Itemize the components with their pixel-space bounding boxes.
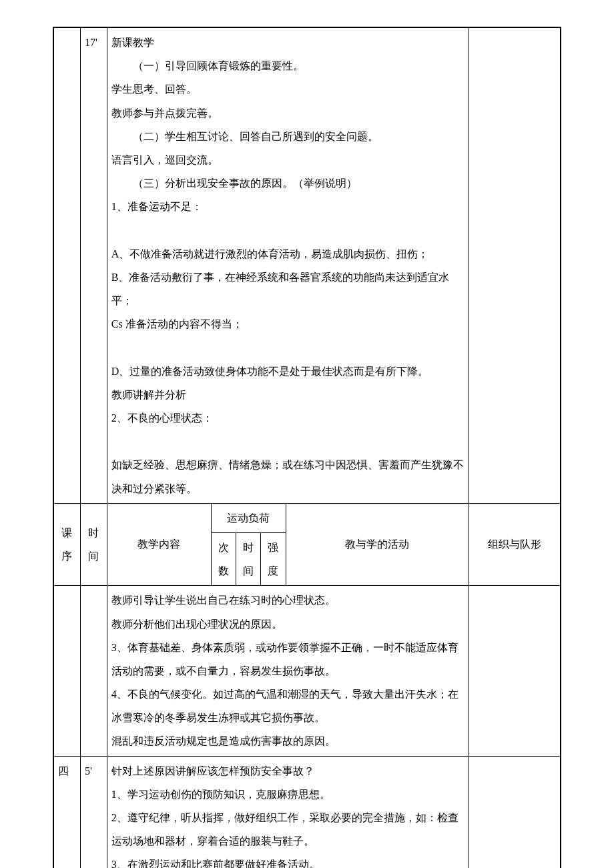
seq-cell [54, 28, 81, 504]
content-line: （三）分析出现安全事故的原因。（举例说明） [111, 171, 465, 195]
header-time: 时间 [80, 503, 107, 586]
content-line: 4、不良的气候变化。如过高的气温和潮湿的天气，导致大量出汗失水；在冰雪寒冷的冬季… [111, 689, 458, 723]
content-line: B、准备活动敷衍了事，在神经系统和各器官系统的功能尚未达到适宜水平； [111, 272, 450, 306]
header-seq: 课序 [54, 503, 81, 586]
time-cell [80, 586, 107, 756]
content-cell: 针对上述原因讲解应该怎样预防安全事故？ 1、学习运动创伤的预防知识，克服麻痹思想… [107, 756, 469, 868]
content-line: （一）引导回顾体育锻炼的重要性。 [111, 54, 465, 77]
content-line: 混乱和违反活动规定也是造成伤害事故的原因。 [111, 735, 336, 747]
content-line: 语言引入，巡回交流。 [111, 154, 218, 165]
content-line: 3、在激烈运动和比赛前都要做好准备活动。 [111, 859, 320, 868]
content-line: 3、体育基础差、身体素质弱，或动作要领掌握不正确，一时不能适应体育活动的需要，或… [111, 642, 458, 677]
header-content: 教学内容 [107, 503, 211, 586]
content-line: 教师参与并点拨完善。 [111, 107, 218, 119]
time-cell: 5' [80, 756, 107, 868]
content-line: 2、遵守纪律，听从指挥，做好组织工作，采取必要的完全措施，如：检查运动场地和器材… [111, 812, 458, 847]
content-line: D、过量的准备活动致使身体功能不是处于最佳状态而是有所下降。 [111, 366, 429, 377]
content-line: 学生思考、回答。 [111, 83, 197, 95]
content-line: 针对上述原因讲解应该怎样预防安全事故？ [111, 765, 314, 777]
header-load: 运动负荷 [211, 503, 286, 532]
table-row: 17' 新课教学 （一）引导回顾体育锻炼的重要性。 学生思考、回答。 教师参与并… [54, 28, 561, 504]
header-row: 课序 时间 教学内容 运动负荷 教与学的活动 组织与队形 [54, 503, 561, 532]
table-row: 四 5' 针对上述原因讲解应该怎样预防安全事故？ 1、学习运动创伤的预防知识，克… [54, 756, 561, 868]
lesson-plan-page: 17' 新课教学 （一）引导回顾体育锻炼的重要性。 学生思考、回答。 教师参与并… [53, 27, 561, 868]
header-sub: 次数 [211, 532, 236, 585]
content-line: 2、不良的心理状态： [111, 412, 213, 424]
content-line: （二）学生相互讨论、回答自己所遇到的安全问题。 [111, 125, 465, 148]
content-line: 如缺乏经验、思想麻痹、情绪急燥；或在练习中因恐惧、害羞而产生犹豫不决和过分紧张等… [111, 459, 464, 494]
header-org: 组织与队形 [469, 503, 560, 586]
content-line: A、不做准备活动就进行激烈的体育活动，易造成肌肉损伤、扭伤； [111, 248, 429, 260]
time-cell: 17' [80, 28, 107, 504]
content-line: 1、学习运动创伤的预防知识，克服麻痹思想。 [111, 789, 330, 800]
lesson-table: 17' 新课教学 （一）引导回顾体育锻炼的重要性。 学生思考、回答。 教师参与并… [53, 27, 561, 868]
content-cell: 教师引导让学生说出自己在练习时的心理状态。 教师分析他们出现心理状况的原因。 3… [107, 586, 469, 756]
header-sub: 强度 [261, 532, 286, 585]
content-cell: 新课教学 （一）引导回顾体育锻炼的重要性。 学生思考、回答。 教师参与并点拨完善… [107, 28, 469, 504]
seq-cell [54, 586, 81, 756]
content-line: 1、准备运动不足： [111, 201, 202, 212]
content-line: 教师引导让学生说出自己在练习时的心理状态。 [111, 594, 336, 606]
seq-cell: 四 [54, 756, 81, 868]
org-cell [469, 28, 560, 504]
content-line: Cs 准备活动的内容不得当； [111, 318, 243, 330]
content-line: 教师分析他们出现心理状况的原因。 [111, 618, 282, 630]
header-sub: 时间 [236, 532, 260, 585]
org-cell [469, 586, 560, 756]
content-line: 教师讲解并分析 [111, 389, 186, 400]
org-cell [469, 756, 560, 868]
header-activity: 教与学的活动 [286, 503, 469, 586]
content-line: 新课教学 [111, 37, 154, 48]
table-row: 教师引导让学生说出自己在练习时的心理状态。 教师分析他们出现心理状况的原因。 3… [54, 586, 561, 756]
